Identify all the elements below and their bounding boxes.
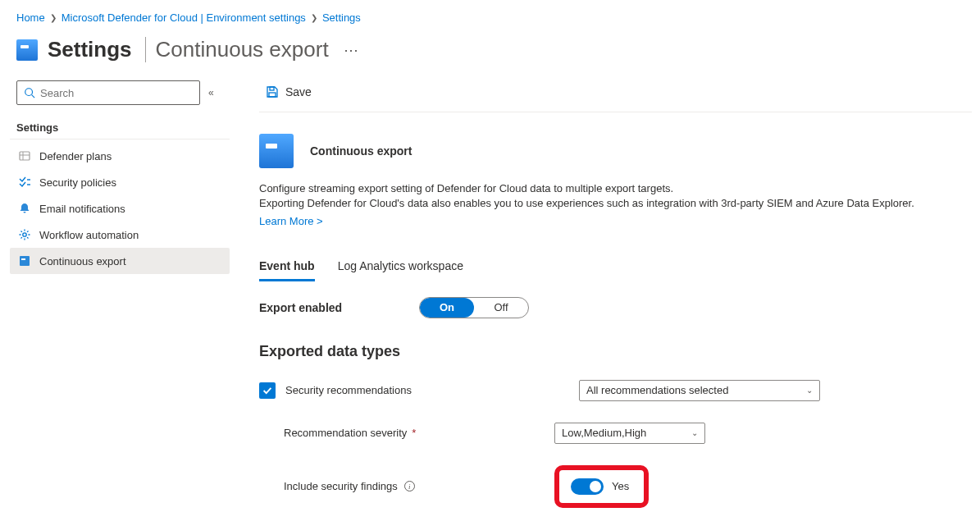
main-content: Save Continuous export Configure streami…: [230, 77, 980, 508]
highlight-annotation: Yes: [554, 465, 649, 508]
svg-rect-2: [20, 152, 30, 160]
save-label: Save: [285, 85, 312, 98]
export-enabled-on[interactable]: On: [420, 298, 474, 318]
page-subtitle: Continuous export: [145, 37, 329, 62]
page-title-row: Settings Continuous export ⋯: [0, 30, 980, 77]
chevron-down-icon: ⌄: [691, 428, 698, 437]
severity-label: Recommendation severity: [284, 427, 407, 439]
include-findings-label: Include security findings: [284, 480, 398, 492]
save-button[interactable]: Save: [259, 82, 318, 102]
chevron-right-icon: ❯: [311, 13, 317, 22]
gear-icon: [18, 228, 31, 241]
chevron-down-icon: ⌄: [806, 386, 813, 395]
checkmark-icon: [262, 385, 273, 396]
page-title: Settings: [48, 37, 132, 62]
continuous-export-icon: [18, 254, 31, 267]
description-line-1: Configure streaming export setting of De…: [259, 181, 972, 196]
exported-data-types-heading: Exported data types: [259, 343, 972, 360]
sidebar-item-label: Security policies: [39, 176, 116, 189]
sidebar-item-defender-plans[interactable]: Defender plans: [10, 143, 230, 169]
breadcrumb-defender[interactable]: Microsoft Defender for Cloud | Environme…: [62, 11, 306, 24]
more-actions-button[interactable]: ⋯: [344, 41, 359, 59]
collapse-sidebar-button[interactable]: «: [208, 87, 214, 98]
recommendations-selected: All recommendations selected: [586, 384, 728, 396]
svg-rect-8: [20, 256, 30, 266]
sidebar-item-label: Workflow automation: [39, 229, 139, 241]
sidebar: « Settings Defender plans Security polic…: [0, 77, 230, 274]
sidebar-item-continuous-export[interactable]: Continuous export: [10, 248, 230, 274]
search-input[interactable]: [40, 87, 193, 99]
learn-more-link[interactable]: Learn More >: [259, 214, 323, 229]
sidebar-item-email-notifications[interactable]: Email notifications: [10, 195, 230, 222]
settings-book-icon: [16, 39, 38, 61]
include-findings-toggle[interactable]: [571, 478, 604, 495]
severity-dropdown[interactable]: Low,Medium,High ⌄: [554, 423, 705, 444]
breadcrumb-home[interactable]: Home: [16, 11, 45, 24]
svg-line-1: [32, 95, 35, 98]
breadcrumb: Home ❯ Microsoft Defender for Cloud | En…: [0, 0, 980, 30]
svg-rect-10: [270, 87, 274, 90]
svg-point-0: [25, 89, 33, 96]
export-enabled-toggle[interactable]: On Off: [419, 297, 529, 318]
save-icon: [266, 85, 279, 98]
sidebar-item-label: Email notifications: [39, 203, 125, 215]
required-indicator: *: [412, 427, 416, 439]
svg-rect-9: [21, 258, 25, 260]
svg-rect-11: [269, 93, 276, 97]
sidebar-item-workflow-automation[interactable]: Workflow automation: [10, 222, 230, 248]
severity-selected: Low,Medium,High: [562, 427, 646, 439]
security-recommendations-label: Security recommendations: [285, 384, 412, 396]
sidebar-item-label: Defender plans: [39, 150, 112, 162]
bell-icon: [18, 202, 31, 215]
description-line-2: Exporting Defender for Cloud's data also…: [259, 196, 972, 211]
security-policies-icon: [18, 176, 31, 189]
include-findings-value: Yes: [612, 480, 629, 492]
security-recommendations-checkbox[interactable]: [259, 382, 276, 399]
recommendations-dropdown[interactable]: All recommendations selected ⌄: [579, 380, 820, 401]
sidebar-item-label: Continuous export: [39, 255, 126, 267]
sidebar-item-security-policies[interactable]: Security policies: [10, 169, 230, 195]
tab-event-hub[interactable]: Event hub: [259, 254, 315, 281]
continuous-export-large-icon: [259, 134, 294, 168]
tab-log-analytics[interactable]: Log Analytics workspace: [338, 254, 463, 281]
sidebar-heading: Settings: [10, 108, 230, 139]
chevron-right-icon: ❯: [50, 13, 57, 22]
defender-plans-icon: [18, 149, 31, 162]
content-heading: Continuous export: [310, 144, 412, 158]
toolbar: Save: [259, 77, 972, 112]
breadcrumb-settings[interactable]: Settings: [322, 11, 361, 24]
export-enabled-label: Export enabled: [259, 301, 419, 314]
export-enabled-off[interactable]: Off: [474, 298, 528, 318]
tabs: Event hub Log Analytics workspace: [259, 254, 972, 282]
info-icon[interactable]: i: [404, 481, 415, 491]
search-icon: [24, 87, 35, 98]
search-box[interactable]: [16, 80, 200, 105]
svg-point-7: [23, 233, 26, 236]
